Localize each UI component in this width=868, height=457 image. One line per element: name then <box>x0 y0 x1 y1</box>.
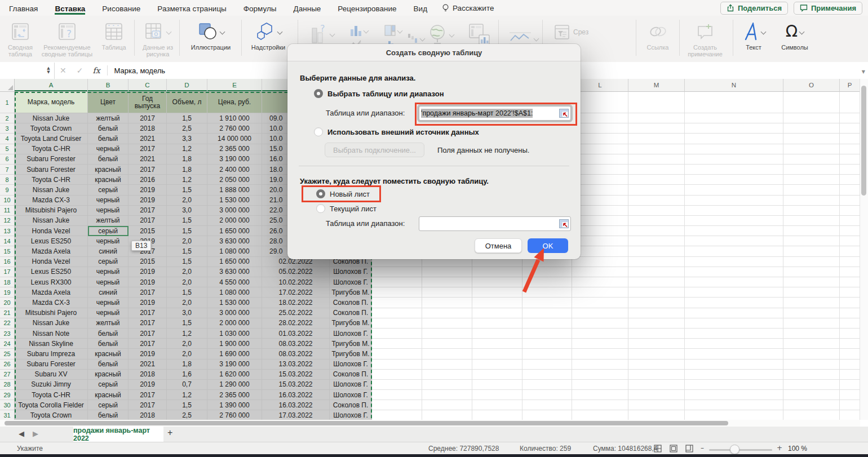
cell[interactable]: серый <box>88 380 129 390</box>
zoom-in-button[interactable]: + <box>777 444 782 452</box>
cell[interactable] <box>422 360 472 370</box>
cell[interactable] <box>472 410 522 420</box>
radio-new-sheet[interactable] <box>316 189 325 198</box>
cell[interactable]: Mazda Axela <box>15 287 88 298</box>
cell[interactable] <box>522 308 572 318</box>
cell[interactable] <box>783 216 840 226</box>
cell[interactable]: желтый <box>88 318 129 329</box>
cell[interactable]: Соколов П. <box>330 298 372 308</box>
column-header-C[interactable]: C <box>129 79 167 92</box>
cell[interactable]: Subaru Forester <box>15 165 88 175</box>
cell[interactable] <box>422 318 472 329</box>
cell[interactable] <box>783 308 840 318</box>
cell[interactable] <box>685 267 783 277</box>
cell[interactable]: Lexus RX300 <box>15 277 88 287</box>
cell[interactable]: Nissan Juke <box>15 113 88 123</box>
cell[interactable] <box>685 185 783 195</box>
cell[interactable] <box>840 154 860 165</box>
cell[interactable] <box>840 123 860 134</box>
cell[interactable] <box>422 339 472 349</box>
cell[interactable]: 2017 <box>129 329 167 339</box>
cell[interactable] <box>783 144 840 154</box>
cell[interactable]: серый <box>88 400 129 410</box>
cell[interactable] <box>783 287 840 298</box>
cell[interactable] <box>685 329 783 339</box>
row-header-5[interactable]: 5 <box>0 144 15 154</box>
cell[interactable] <box>372 370 422 380</box>
cell[interactable] <box>840 257 860 267</box>
cell[interactable] <box>685 216 783 226</box>
row-header-29[interactable]: 29 <box>0 390 15 400</box>
cell[interactable]: Lexus ES250 <box>15 236 88 246</box>
cell[interactable]: 2 365 000 <box>207 144 262 154</box>
cell[interactable] <box>572 339 628 349</box>
add-ins-button[interactable]: Надстройки <box>246 20 291 51</box>
cell[interactable] <box>372 339 422 349</box>
cell[interactable]: Toyota C-HR <box>15 144 88 154</box>
cell[interactable] <box>372 277 422 287</box>
cell[interactable]: 2019 <box>129 380 167 390</box>
cell[interactable] <box>685 298 783 308</box>
cell[interactable] <box>372 287 422 298</box>
cell[interactable] <box>422 400 472 410</box>
name-box[interactable] <box>0 63 43 79</box>
row-header-7[interactable]: 7 <box>0 165 15 175</box>
cell[interactable] <box>685 196 783 206</box>
cell[interactable] <box>572 134 628 144</box>
cell[interactable]: Шолохов Г. <box>330 277 372 287</box>
row-header-31[interactable]: 31 <box>0 410 15 420</box>
cell[interactable]: 3 000 000 <box>207 206 262 216</box>
column-header-D[interactable]: D <box>167 79 207 92</box>
cell[interactable] <box>522 277 572 287</box>
cell[interactable] <box>783 360 840 370</box>
cell[interactable] <box>628 277 685 287</box>
cell[interactable]: Toyota C-HR <box>15 175 88 185</box>
cell[interactable]: 2017 <box>129 287 167 298</box>
cell[interactable] <box>840 92 860 113</box>
cell[interactable] <box>628 165 685 175</box>
cell[interactable] <box>840 185 860 195</box>
next-sheet-arrow[interactable]: ▶ <box>33 429 38 438</box>
cell[interactable]: 2,5 <box>167 123 207 134</box>
column-header-N[interactable]: N <box>685 79 783 92</box>
cell[interactable]: синий <box>88 287 129 298</box>
cell[interactable]: 1,2 <box>167 329 207 339</box>
cell[interactable]: 17.02.2022 <box>262 287 330 298</box>
cell[interactable]: черный <box>88 308 129 318</box>
cell[interactable] <box>840 308 860 318</box>
cell[interactable] <box>840 298 860 308</box>
cell[interactable]: 3 630 000 <box>207 267 262 277</box>
cell[interactable] <box>472 308 522 318</box>
cell[interactable]: 1,5 <box>167 246 207 256</box>
cell[interactable] <box>472 298 522 308</box>
cell[interactable] <box>522 329 572 339</box>
cell[interactable]: 2019 <box>129 185 167 195</box>
cell[interactable]: Mazda CX-3 <box>15 298 88 308</box>
cell[interactable] <box>685 165 783 175</box>
cancel-entry-icon[interactable]: ✕ <box>60 66 67 75</box>
normal-view-icon[interactable] <box>654 445 662 452</box>
cell[interactable] <box>572 360 628 370</box>
cell[interactable] <box>685 370 783 380</box>
cell[interactable] <box>628 380 685 390</box>
cell[interactable] <box>572 113 628 123</box>
cell[interactable]: 2 050 000 <box>207 175 262 185</box>
cell[interactable] <box>522 410 572 420</box>
cell[interactable]: Шолохов Г. <box>330 329 372 339</box>
row-header-13[interactable]: 13 <box>0 226 15 236</box>
cell[interactable]: 2 760 000 <box>207 410 262 420</box>
cell[interactable]: Шолохов Г. <box>330 360 372 370</box>
cell[interactable]: Шолохов Г. <box>330 390 372 400</box>
cell[interactable] <box>572 287 628 298</box>
row-header-11[interactable]: 11 <box>0 206 15 216</box>
cell[interactable] <box>422 287 472 298</box>
cell[interactable] <box>783 206 840 216</box>
cell[interactable]: 1,8 <box>167 360 207 370</box>
cell[interactable]: 0,7 <box>167 380 207 390</box>
cell[interactable]: Шолохов Г. <box>330 410 372 420</box>
cell[interactable]: 3,0 <box>167 308 207 318</box>
column-header-P[interactable]: P <box>840 79 860 92</box>
cell[interactable]: белый <box>88 410 129 420</box>
cell[interactable]: 05.02.2022 <box>262 267 330 277</box>
cell[interactable] <box>572 410 628 420</box>
